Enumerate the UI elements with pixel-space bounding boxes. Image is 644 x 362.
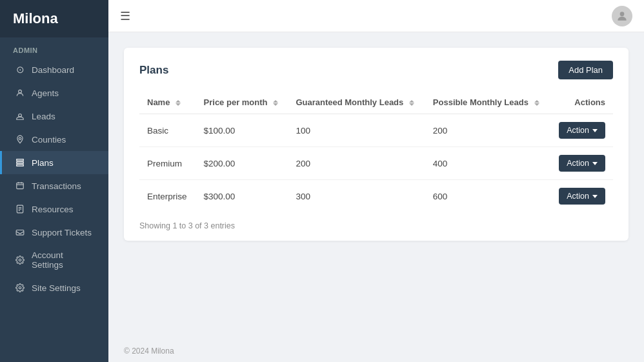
sidebar-item-leads[interactable]: Leads [0, 105, 108, 128]
table-row: Enterprise $300.00 300 600 Action [139, 180, 613, 213]
sidebar-item-counties[interactable]: Counties [0, 128, 108, 151]
app-logo: Milona [0, 0, 108, 37]
sort-icon-guaranteed [409, 100, 414, 106]
cell-guaranteed-leads: 300 [288, 180, 425, 213]
sidebar-item-plans[interactable]: Plans [0, 151, 108, 174]
sidebar-item-label: Leads [32, 112, 55, 121]
col-price: Price per month [196, 91, 288, 114]
svg-rect-4 [17, 162, 24, 163]
sidebar-item-label: Resources [32, 205, 74, 214]
sidebar-item-label: Account Settings [32, 250, 96, 270]
cell-guaranteed-leads: 100 [288, 114, 425, 147]
action-dropdown-caret [592, 162, 598, 165]
cell-possible-leads: 600 [425, 180, 550, 213]
cell-possible-leads: 400 [425, 147, 550, 180]
col-guaranteed-leads: Guaranteed Monthly Leads [288, 91, 425, 114]
cell-name: Enterprise [139, 180, 196, 213]
sidebar-item-dashboard[interactable]: ⊙ Dashboard [0, 58, 108, 81]
sidebar-item-label: Site Settings [32, 283, 81, 293]
card-header: Plans Add Plan [139, 61, 613, 79]
support-tickets-icon [15, 227, 25, 237]
transactions-icon [15, 181, 25, 191]
site-settings-icon [15, 283, 25, 293]
svg-rect-6 [17, 183, 24, 188]
sidebar-item-label: Agents [32, 88, 59, 98]
account-settings-icon [15, 255, 25, 265]
sidebar-item-account-settings[interactable]: Account Settings [0, 244, 108, 276]
leads-icon [15, 111, 25, 121]
action-dropdown-caret [592, 195, 598, 198]
sidebar-item-resources[interactable]: Resources [0, 197, 108, 221]
table-header: Name Price per month Guaranteed Monthly … [139, 91, 613, 114]
cell-action: Action [550, 180, 613, 213]
action-dropdown-caret [592, 129, 598, 132]
svg-point-15 [19, 259, 21, 261]
resources-icon [15, 204, 25, 214]
table-body: Basic $100.00 100 200 Action Premium $20… [139, 114, 613, 213]
sidebar-item-support-tickets[interactable]: Support Tickets [0, 221, 108, 244]
main-area: ☰ Plans Add Plan Name Price [108, 0, 644, 362]
page-content: Plans Add Plan Name Price per month [108, 32, 644, 340]
plans-table: Name Price per month Guaranteed Monthly … [139, 91, 613, 212]
cell-action: Action [550, 114, 613, 147]
table-row: Basic $100.00 100 200 Action [139, 114, 613, 147]
col-actions: Actions [550, 91, 613, 114]
svg-rect-3 [17, 159, 24, 161]
dashboard-icon: ⊙ [15, 65, 25, 75]
cell-price: $100.00 [196, 114, 288, 147]
sidebar-item-label: Counties [32, 135, 66, 145]
add-plan-button[interactable]: Add Plan [558, 61, 613, 79]
col-possible-leads: Possible Monthly Leads [425, 91, 550, 114]
sidebar-item-agents[interactable]: Agents [0, 81, 108, 105]
action-button-label: Action [567, 192, 589, 201]
cell-price: $200.00 [196, 147, 288, 180]
sidebar-item-site-settings[interactable]: Site Settings [0, 276, 108, 299]
table-row: Premium $200.00 200 400 Action [139, 147, 613, 180]
action-button[interactable]: Action [559, 188, 605, 205]
svg-point-1 [19, 114, 22, 117]
page-title: Plans [139, 64, 168, 77]
sidebar-item-transactions[interactable]: Transactions [0, 174, 108, 197]
agents-icon [15, 88, 25, 98]
main-footer: © 2024 Milona [108, 340, 644, 362]
sidebar: Milona ADMIN ⊙ Dashboard Agents Leads Co… [0, 0, 108, 362]
sort-icon-name [176, 100, 181, 106]
cell-name: Basic [139, 114, 196, 147]
cell-guaranteed-leads: 200 [288, 147, 425, 180]
user-avatar[interactable] [612, 6, 632, 26]
sidebar-item-label: Plans [32, 158, 54, 168]
sidebar-item-label: Support Tickets [32, 228, 92, 237]
cell-possible-leads: 200 [425, 114, 550, 147]
cell-name: Premium [139, 147, 196, 180]
col-name: Name [139, 91, 196, 114]
plans-icon [15, 157, 25, 168]
sort-icon-possible [534, 100, 539, 106]
counties-icon [15, 134, 25, 145]
svg-point-0 [19, 90, 22, 93]
sort-icon-price [273, 100, 278, 106]
svg-point-2 [19, 137, 21, 140]
sidebar-item-label: Dashboard [32, 65, 74, 75]
action-button[interactable]: Action [559, 155, 605, 172]
plans-card: Plans Add Plan Name Price per month [124, 48, 629, 241]
cell-price: $300.00 [196, 180, 288, 213]
action-button-label: Action [567, 159, 589, 168]
topbar: ☰ [108, 0, 644, 32]
svg-point-17 [620, 12, 625, 16]
menu-toggle-button[interactable]: ☰ [120, 9, 130, 23]
svg-point-16 [19, 287, 21, 289]
svg-rect-5 [17, 165, 24, 166]
table-footer: Showing 1 to 3 of 3 entries [139, 221, 613, 230]
sidebar-item-label: Transactions [32, 181, 81, 191]
action-button[interactable]: Action [559, 122, 605, 139]
cell-action: Action [550, 147, 613, 180]
sidebar-section-admin: ADMIN [0, 37, 108, 58]
action-button-label: Action [567, 126, 589, 135]
